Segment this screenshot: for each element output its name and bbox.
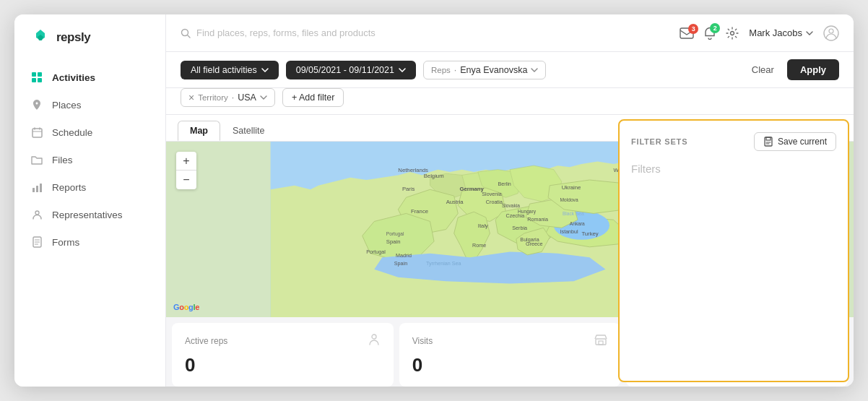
svg-text:Spain: Spain [394,261,407,267]
reps-separator: · [454,65,456,75]
svg-text:Turkey: Turkey [581,230,598,237]
person-icon [368,333,381,348]
svg-text:Istanbul: Istanbul [560,229,578,235]
sidebar-item-representatives[interactable]: Representatives [14,201,165,228]
add-filter-btn[interactable]: + Add filter [282,88,344,107]
svg-text:Berlin: Berlin [498,181,511,187]
toolbar: All field activities 09/05/2021 - 09/11/… [166,52,854,88]
svg-text:Paris: Paris [402,186,415,192]
chevron-down-icon-filter1 [261,68,269,72]
user-name: Mark Jacobs [749,27,802,38]
stat-active-reps: Active reps 0 [172,323,394,387]
user-icon [30,208,43,221]
svg-point-10 [35,211,39,215]
save-icon [763,137,773,147]
field-activities-filter[interactable]: All field activities [181,61,279,79]
svg-text:Rome: Rome [472,243,486,249]
svg-point-14 [731,31,734,35]
sidebar-item-forms[interactable]: Forms [14,228,165,256]
app-header: Find places, reps, forms, files and prod… [166,14,854,52]
user-menu-btn[interactable]: Mark Jacobs [749,27,813,38]
sidebar: repsly Activities [14,14,166,387]
svg-rect-9 [40,184,42,192]
filter-sets-title: FILTER SETS [631,137,687,146]
chevron-down-icon-territory [260,95,267,100]
svg-rect-6 [32,129,42,137]
date-range-filter[interactable]: 09/05/2021 - 09/11/2021 [286,61,416,79]
svg-text:Ankara: Ankara [570,221,585,226]
main-content: Find places, reps, forms, files and prod… [166,14,854,387]
svg-text:Greece: Greece [526,241,542,247]
svg-rect-5 [38,78,42,82]
sidebar-item-places-label: Places [52,100,82,111]
chevron-down-icon [806,31,813,35]
zoom-out-btn[interactable]: − [176,171,196,189]
settings-icon-btn[interactable] [726,27,739,40]
svg-point-16 [829,29,833,33]
reps-filter-value: Enya Evanovska [460,65,527,75]
svg-text:Black Sea: Black Sea [563,211,584,216]
sidebar-nav: Activities Places Schedu [14,64,165,256]
svg-text:Spain: Spain [386,238,401,245]
bell-icon-btn[interactable]: 2 [704,27,716,40]
stat-visits: Visits 0 [399,323,621,387]
stat-visits-value: 0 [412,354,608,376]
stat-active-reps-value: 0 [185,354,381,376]
sidebar-item-representatives-label: Representatives [52,210,123,220]
content-area: Map Satellite [166,115,854,387]
filter-sets-header: FILTER SETS Save current [631,132,836,151]
svg-text:France: France [411,208,428,215]
svg-text:Madrid: Madrid [396,253,412,259]
map-pin-icon [30,98,43,111]
svg-text:Romania: Romania [527,217,548,223]
sidebar-item-reports[interactable]: Reports [14,173,165,201]
svg-text:Italy: Italy [478,223,488,229]
sidebar-item-files[interactable]: Files [14,146,165,173]
zoom-in-btn[interactable]: + [176,152,196,171]
app-window: repsly Activities [14,14,854,387]
folder-icon [30,153,43,166]
avatar-icon [823,25,839,41]
sidebar-item-places[interactable]: Places [14,91,165,118]
territory-separator: · [232,92,234,103]
territory-filter-tag[interactable]: × Territory · USA [181,88,275,107]
svg-rect-4 [32,78,36,82]
svg-text:Slovenia: Slovenia [482,191,501,197]
svg-rect-7 [32,188,35,192]
save-current-btn[interactable]: Save current [754,132,836,151]
svg-text:Germany: Germany [459,186,484,192]
store-icon [594,333,607,348]
header-icons: 3 2 Mark Jacobs [680,25,839,41]
search-bar[interactable]: Find places, reps, forms, files and prod… [181,27,376,38]
grid-icon [30,71,43,84]
avatar-btn[interactable] [823,25,839,41]
svg-text:Belgium: Belgium [424,173,444,179]
calendar-icon [30,126,43,139]
apply-button[interactable]: Apply [787,59,839,80]
search-icon [181,28,191,38]
territory-remove-icon[interactable]: × [188,92,194,103]
reps-filter-tag[interactable]: Reps · Enya Evanovska [423,61,546,79]
sidebar-item-files-label: Files [52,155,73,165]
chevron-down-icon-filter2 [399,68,406,72]
sidebar-item-activities[interactable]: Activities [14,64,165,91]
svg-text:Serbia: Serbia [512,225,527,231]
territory-prefix: Territory [198,93,228,102]
sidebar-item-forms-label: Forms [52,237,79,248]
reps-filter-prefix: Reps [431,66,451,74]
sidebar-item-schedule[interactable]: Schedule [14,118,165,146]
document-icon [30,236,43,249]
svg-point-52 [372,335,376,339]
svg-text:Portugal: Portugal [366,249,386,255]
clear-button[interactable]: Clear [745,60,781,79]
logo-icon [30,27,51,48]
filter-sets-panel: FILTER SETS Save current Filters [618,119,849,382]
mail-icon-btn[interactable]: 3 [680,27,694,39]
svg-text:Austria: Austria [446,199,464,205]
svg-text:Ukraine: Ukraine [562,184,581,191]
chevron-down-icon-reps [531,68,538,72]
map-tab-satellite[interactable]: Satellite [220,121,277,141]
map-tab-map[interactable]: Map [178,121,220,141]
bar-chart-icon [30,181,43,194]
svg-rect-53 [596,339,606,345]
